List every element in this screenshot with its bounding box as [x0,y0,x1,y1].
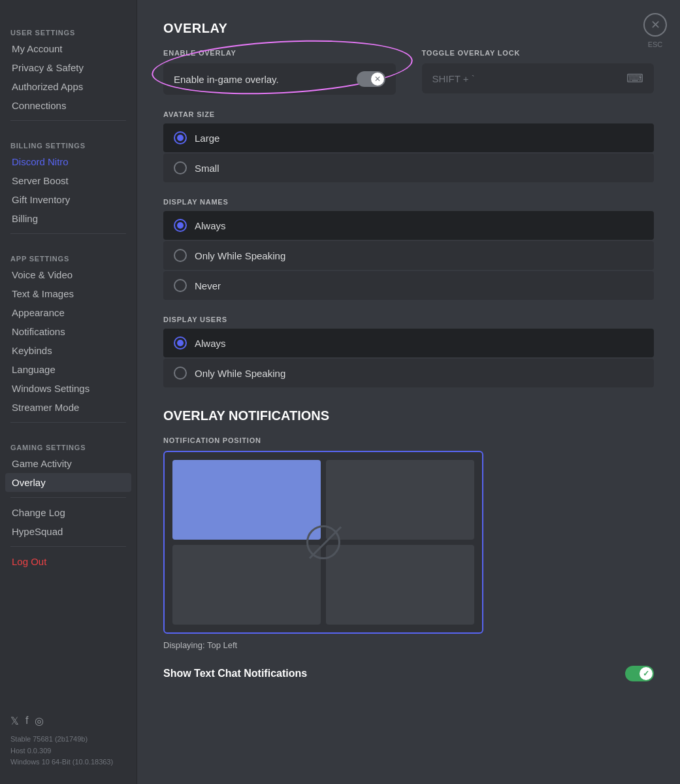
grid-bottom-left[interactable] [172,545,321,625]
sidebar-item-voice-video[interactable]: Voice & Video [5,265,131,284]
no-icon-circle [306,525,340,559]
display-names-options: Always Only While Speaking Never [163,211,654,300]
divider-2 [10,233,126,234]
keyboard-icon: ⌨ [626,71,643,86]
enable-overlay-label: ENABLE OVERLAY [163,49,396,57]
display-users-options: Always Only While Speaking [163,329,654,387]
sidebar-section-app-settings: APP SETTINGS [5,244,131,265]
radio-users-always-circle [174,336,187,350]
sidebar-section-user-settings: USER SETTINGS [5,18,131,39]
avatar-size-options: Large Small [163,123,654,182]
display-users-label: DISPLAY USERS [163,316,654,323]
display-users-speaking[interactable]: Only While Speaking [163,359,654,387]
overlay-notifications-title: OVERLAY NOTIFICATIONS [163,408,654,423]
show-text-chat-row: Show Text Chat Notifications ✓ [163,666,654,681]
sidebar-item-keybinds[interactable]: Keybinds [5,341,131,360]
sidebar-item-privacy-safety[interactable]: Privacy & Safety [5,58,131,77]
toggle-on-knob: ✓ [640,667,653,680]
page-title: OVERLAY [163,21,654,36]
display-users-always-label: Always [195,338,226,349]
display-names-always[interactable]: Always [163,211,654,240]
facebook-icon[interactable]: f [25,715,28,727]
display-names-label: DISPLAY NAMES [163,198,654,206]
sidebar-section-billing-settings: BILLING SETTINGS [5,131,131,152]
toggle-lock-section: TOGGLE OVERLAY LOCK SHIFT + ` ⌨ [422,49,655,95]
enable-overlay-toggle[interactable]: ✕ [357,71,385,87]
display-names-speaking[interactable]: Only While Speaking [163,241,654,270]
instagram-icon[interactable]: ◎ [35,715,44,727]
grid-bottom-right[interactable] [326,545,474,625]
sidebar-item-server-boost[interactable]: Server Boost [5,171,131,190]
display-names-speaking-label: Only While Speaking [195,250,285,261]
sidebar: USER SETTINGS My Account Privacy & Safet… [0,0,137,784]
divider-1 [10,120,126,121]
esc-label: ESC [643,41,667,48]
grid-top-right[interactable] [326,460,474,540]
sidebar-item-overlay[interactable]: Overlay [5,473,131,492]
sidebar-item-authorized-apps[interactable]: Authorized Apps [5,77,131,96]
sidebar-section-gaming-settings: GAMING SETTINGS [5,433,131,454]
sidebar-item-gift-inventory[interactable]: Gift Inventory [5,190,131,209]
radio-names-always-circle [174,219,187,232]
sidebar-item-billing[interactable]: Billing [5,209,131,228]
overlay-top-row: ENABLE OVERLAY Enable in-game overlay. ✕… [163,49,654,95]
avatar-size-small[interactable]: Small [163,154,654,182]
radio-small-circle [174,161,187,174]
avatar-size-section: AVATAR SIZE Large Small [163,110,654,182]
sidebar-item-change-log[interactable]: Change Log [5,503,131,522]
sidebar-item-text-images[interactable]: Text & Images [5,284,131,303]
avatar-size-label: AVATAR SIZE [163,110,654,118]
sidebar-item-discord-nitro[interactable]: Discord Nitro [5,152,131,171]
display-users-speaking-label: Only While Speaking [195,368,285,379]
avatar-size-large[interactable]: Large [163,123,654,152]
twitter-icon[interactable]: 𝕏 [10,715,19,727]
show-text-chat-label: Show Text Chat Notifications [163,668,307,679]
sidebar-item-connections[interactable]: Connections [5,96,131,115]
keybind-row: SHIFT + ` ⌨ [422,63,655,93]
radio-names-never-circle [174,279,187,292]
display-names-always-label: Always [195,220,226,231]
social-icons: 𝕏 f ◎ [5,711,131,731]
display-names-never[interactable]: Never [163,271,654,300]
version-text: Stable 75681 (2b1749b)Host 0.0.309Window… [5,731,131,771]
sidebar-item-notifications[interactable]: Notifications [5,322,131,341]
no-position-icon [306,525,340,559]
divider-5 [10,546,126,547]
main-content: ✕ ESC OVERLAY ENABLE OVERLAY Enable in-g… [137,0,680,784]
display-names-section: DISPLAY NAMES Always Only While Speaking… [163,198,654,300]
close-icon: ✕ [651,18,660,32]
sidebar-item-language[interactable]: Language [5,360,131,379]
close-button[interactable]: ✕ [643,13,667,37]
radio-names-speaking-circle [174,249,187,262]
toggle-lock-key: SHIFT + ` [432,73,475,84]
enable-overlay-text: Enable in-game overlay. [174,74,279,85]
notification-position-grid [163,451,483,634]
sidebar-item-hypesquad[interactable]: HypeSquad [5,522,131,541]
enable-overlay-section: ENABLE OVERLAY Enable in-game overlay. ✕ [163,49,396,95]
enable-overlay-row: Enable in-game overlay. ✕ [163,63,396,95]
radio-large-circle [174,131,187,144]
display-users-section: DISPLAY USERS Always Only While Speaking [163,316,654,387]
sidebar-item-appearance[interactable]: Appearance [5,303,131,322]
sidebar-item-game-activity[interactable]: Game Activity [5,454,131,473]
avatar-large-label: Large [195,133,219,144]
sidebar-item-logout[interactable]: Log Out [5,552,131,571]
notification-position-label: NOTIFICATION POSITION [163,436,654,444]
display-users-always[interactable]: Always [163,329,654,357]
divider-4 [10,497,126,498]
divider-3 [10,422,126,423]
displaying-text: Displaying: Top Left [163,640,654,650]
sidebar-item-streamer-mode[interactable]: Streamer Mode [5,398,131,417]
sidebar-item-my-account[interactable]: My Account [5,39,131,58]
display-names-never-label: Never [195,280,221,291]
grid-top-left[interactable] [172,460,321,540]
show-text-chat-toggle[interactable]: ✓ [625,666,654,681]
avatar-small-label: Small [195,163,219,174]
radio-users-speaking-circle [174,367,187,380]
sidebar-footer: 𝕏 f ◎ Stable 75681 (2b1749b)Host 0.0.309… [5,704,131,771]
toggle-knob: ✕ [371,73,384,86]
sidebar-item-windows-settings[interactable]: Windows Settings [5,379,131,398]
toggle-lock-label: TOGGLE OVERLAY LOCK [422,49,655,57]
